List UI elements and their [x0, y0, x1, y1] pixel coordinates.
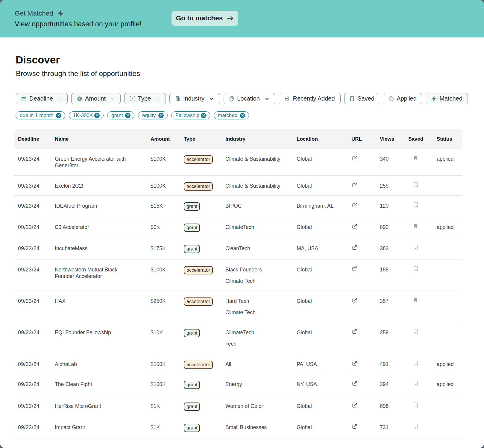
svg-text:$: $ — [79, 97, 81, 100]
